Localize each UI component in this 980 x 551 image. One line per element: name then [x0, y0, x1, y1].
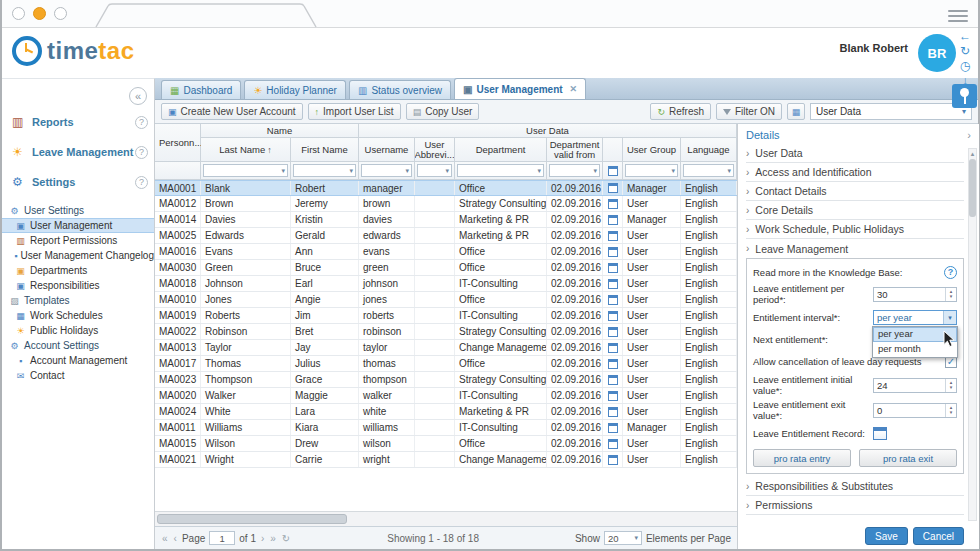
filter-select[interactable]: ▾ [293, 164, 356, 177]
details-section-permissions[interactable]: ›Permissions [746, 496, 964, 515]
sidebar-nav-settings[interactable]: ⚙Settings? [2, 167, 154, 197]
calendar-icon[interactable] [608, 311, 618, 321]
table-row[interactable]: MA0017ThomasJuliusthomasOffice02.09.2016… [155, 356, 737, 372]
view-mode-select[interactable]: User Data ▾ [810, 103, 972, 120]
help-icon[interactable]: ? [944, 266, 957, 279]
table-row[interactable]: MA0016EvansAnnevansOffice02.09.2016UserE… [155, 244, 737, 260]
sidebar-collapse-button[interactable]: « [129, 87, 147, 105]
spinner-icons[interactable]: ▴▾ [945, 379, 956, 392]
pro-rata-entry-button[interactable]: pro rata entry [753, 449, 851, 467]
calendar-icon[interactable] [608, 343, 618, 353]
import-user-list-button[interactable]: ↑Import User List [308, 103, 401, 120]
filter-on-button[interactable]: Filter ON [716, 103, 782, 120]
sidebar-item-departments[interactable]: ▣Departments [2, 263, 154, 278]
table-row[interactable]: MA0022RobinsonBretrobinsonStrategy Consu… [155, 324, 737, 340]
calendar-icon[interactable] [608, 263, 618, 273]
column-header-first-name[interactable]: First Name [291, 138, 359, 162]
sidebar-item-public-holidays[interactable]: ☀Public Holidays [2, 323, 154, 338]
tab-user-management[interactable]: ▣User Management✕ [454, 78, 586, 99]
calendar-icon[interactable] [608, 327, 618, 337]
calendar-icon[interactable] [608, 215, 618, 225]
filter-select[interactable]: ▾ [361, 164, 412, 177]
column-header-username[interactable]: Username [359, 138, 415, 162]
tab-dashboard[interactable]: ▦Dashboard [161, 80, 241, 99]
table-row[interactable]: MA0012BrownJeremybrownStrategy Consultin… [155, 196, 737, 212]
sidebar-item-user-management-changelog[interactable]: ▪User Management Changelog [2, 248, 154, 263]
copy-user-button[interactable]: ▤Copy User [406, 103, 480, 120]
sidebar-item-user-settings[interactable]: ⚙User Settings [2, 203, 154, 218]
cancel-button[interactable]: Cancel [913, 527, 964, 545]
sidebar-item-work-schedules[interactable]: ▦Work Schedules [2, 308, 154, 323]
spinner-icons[interactable]: ▴▾ [945, 404, 956, 417]
calendar-icon[interactable] [608, 166, 618, 176]
filter-select[interactable]: ▾ [457, 164, 544, 177]
calendar-icon[interactable] [608, 231, 618, 241]
column-header-person-number[interactable]: Personn... [155, 124, 201, 162]
sidebar-item-user-management[interactable]: ▣User Management [2, 218, 154, 233]
next-page-button[interactable]: › [260, 533, 265, 544]
calendar-icon[interactable] [608, 183, 618, 193]
exit-value-input[interactable]: 0 ▴▾ [873, 403, 957, 418]
sidebar-item-responsibilities[interactable]: ▣Responsibilities [2, 278, 154, 293]
page-number-input[interactable]: 1 [209, 531, 235, 545]
table-row[interactable]: MA0013TaylorJaytaylorChange Management02… [155, 340, 737, 356]
details-section-leave-management[interactable]: › Leave Management [746, 239, 964, 258]
pin-button[interactable] [952, 84, 977, 108]
page-size-select[interactable]: 20 ▾ [604, 531, 642, 545]
history-clock-icon[interactable]: ◷ [960, 60, 970, 73]
scroll-up-icon[interactable]: ▴ [971, 149, 975, 158]
table-row[interactable]: MA0010JonesAngiejonesOffice02.09.2016Use… [155, 292, 737, 308]
table-row[interactable]: MA0023ThompsonGracethompsonStrategy Cons… [155, 372, 737, 388]
details-scrollbar[interactable]: ▴ [968, 148, 977, 521]
column-header-user-abbrevi[interactable]: User Abbrevi... [415, 138, 455, 162]
sidebar-item-report-permissions[interactable]: ▥Report Permissions [2, 233, 154, 248]
column-header-record-icon[interactable] [603, 138, 623, 162]
details-section-core-details[interactable]: ›Core Details [746, 201, 964, 220]
details-collapse-icon[interactable]: › [967, 129, 971, 141]
back-arrow-icon[interactable]: ← [959, 30, 971, 43]
calendar-icon[interactable] [608, 247, 618, 257]
table-row[interactable]: MA0021WrightCarriewrightChange Managemen… [155, 452, 737, 468]
table-row[interactable]: MA0024WhiteLarawhiteMarketing & PR02.09.… [155, 404, 737, 420]
window-control-2[interactable] [33, 7, 46, 20]
column-header-department[interactable]: Department [455, 138, 547, 162]
initial-value-input[interactable]: 24 ▴▾ [873, 378, 957, 393]
reload-page-button[interactable]: ↻ [281, 533, 291, 544]
column-header-user-group[interactable]: User Group [623, 138, 681, 162]
details-section-work-schedule-public-holidays[interactable]: ›Work Schedule, Public Holidays [746, 220, 964, 239]
help-icon[interactable]: ? [135, 116, 148, 129]
horizontal-scrollbar[interactable] [155, 511, 737, 526]
table-row[interactable]: MA0019RobertsJimrobertsIT-Consulting02.0… [155, 308, 737, 324]
calendar-icon[interactable] [608, 423, 618, 433]
calendar-icon[interactable] [608, 359, 618, 369]
calendar-icon[interactable] [608, 439, 618, 449]
table-row[interactable]: MA0025EdwardsGeraldedwardsMarketing & PR… [155, 228, 737, 244]
sidebar-item-account-settings[interactable]: ⚙Account Settings [2, 338, 154, 353]
close-icon[interactable]: ✕ [570, 84, 578, 94]
details-section-contact-details[interactable]: ›Contact Details [746, 182, 964, 201]
last-page-button[interactable]: » [269, 533, 277, 544]
spinner-icons[interactable]: ▴▾ [945, 288, 956, 301]
calendar-icon[interactable] [608, 375, 618, 385]
filter-select[interactable]: ▾ [683, 164, 734, 177]
calendar-icon[interactable] [608, 391, 618, 401]
sidebar-item-contact[interactable]: ✉Contact [2, 368, 154, 383]
window-control-1[interactable] [12, 7, 25, 20]
calendar-icon[interactable] [608, 455, 618, 465]
calendar-icon[interactable] [608, 295, 618, 305]
sidebar-nav-leave-management[interactable]: ☀Leave Management? [2, 137, 154, 167]
tab-holiday-planner[interactable]: ☀Holiday Planner [244, 80, 346, 99]
calendar-icon[interactable] [608, 199, 618, 209]
help-icon[interactable]: ? [135, 176, 148, 189]
menu-icon[interactable] [948, 7, 968, 25]
table-row[interactable]: MA0018JohnsonEarljohnsonIT-Consulting02.… [155, 276, 737, 292]
table-row[interactable]: MA0001BlankRobertmanagerOffice02.09.2016… [155, 180, 737, 196]
details-scrollbar-thumb[interactable] [969, 159, 976, 217]
refresh-icon[interactable]: ↻ [960, 45, 970, 58]
prev-page-button[interactable]: ‹ [173, 533, 178, 544]
filter-select[interactable]: ▾ [549, 164, 600, 177]
column-header-language[interactable]: Language [681, 138, 737, 162]
per-period-input[interactable]: 30 ▴▾ [873, 287, 957, 302]
entitlement-record-calendar-icon[interactable] [873, 427, 887, 440]
interval-select[interactable]: per year ▾ [873, 310, 957, 325]
